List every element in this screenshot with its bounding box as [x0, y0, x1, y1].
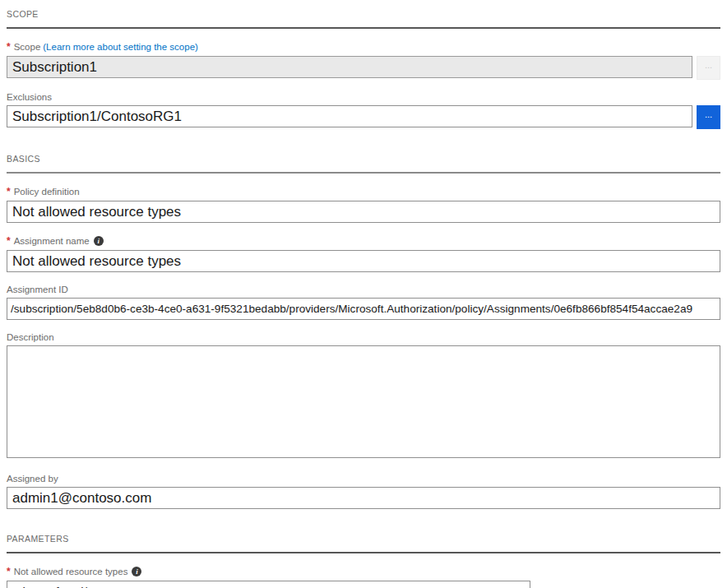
required-asterisk: *: [7, 566, 11, 577]
required-asterisk: *: [7, 235, 11, 247]
scope-learn-more-link[interactable]: (Learn more about setting the scope): [43, 42, 198, 52]
assignment-name-input[interactable]: [7, 250, 720, 272]
not-allowed-resource-types-dropdown[interactable]: Microsoft.Sql/servers: [7, 581, 530, 588]
required-asterisk: *: [7, 41, 11, 53]
assignment-name-row: [7, 250, 720, 272]
scope-label-text: Scope: [14, 42, 41, 52]
assigned-by-label: Assigned by: [7, 474, 720, 484]
scope-section-title: SCOPE: [7, 7, 720, 19]
scope-section-divider: [7, 27, 720, 29]
exclusions-input[interactable]: [7, 105, 692, 127]
assignment-id-row: [7, 298, 720, 320]
basics-section-divider: [7, 172, 720, 174]
not-allowed-resource-types-label: * Not allowed resource types i: [7, 566, 720, 577]
assignment-name-label: * Assignment name i: [7, 235, 720, 247]
parameters-section: PARAMETERS * Not allowed resource types …: [7, 531, 720, 588]
assignment-id-label-text: Assignment ID: [7, 285, 68, 294]
exclusions-field-label: Exclusions: [7, 92, 720, 102]
policy-definition-label-text: Policy definition: [14, 187, 80, 197]
exclusions-label-text: Exclusions: [7, 92, 52, 102]
assignment-id-label: Assignment ID: [7, 285, 720, 294]
scope-section: SCOPE * Scope (Learn more about setting …: [7, 7, 720, 129]
assignment-id-input[interactable]: [7, 298, 720, 320]
parameters-section-title: PARAMETERS: [7, 531, 720, 544]
assigned-by-row: [7, 487, 720, 509]
info-icon: i: [132, 567, 141, 576]
required-asterisk: *: [7, 186, 11, 197]
parameters-section-divider: [7, 552, 720, 553]
policy-definition-row: [7, 201, 720, 223]
basics-section: BASICS * Policy definition * Assignment …: [7, 151, 720, 509]
not-allowed-resource-types-dropdown-wrap: Microsoft.Sql/servers: [7, 581, 530, 588]
exclusions-browse-button[interactable]: ...: [697, 105, 720, 129]
description-label-text: Description: [7, 332, 54, 342]
description-textarea[interactable]: [7, 345, 720, 458]
assignment-name-label-text: Assignment name: [14, 236, 90, 246]
scope-input[interactable]: [7, 56, 692, 78]
basics-section-title: BASICS: [7, 151, 720, 164]
policy-definition-input[interactable]: [7, 201, 720, 223]
assigned-by-label-text: Assigned by: [7, 474, 58, 484]
not-allowed-resource-types-label-text: Not allowed resource types: [14, 567, 128, 576]
policy-definition-label: * Policy definition: [7, 186, 720, 197]
scope-field-label: * Scope (Learn more about setting the sc…: [7, 41, 720, 53]
info-icon: i: [94, 236, 104, 246]
scope-input-row: ...: [7, 56, 720, 80]
description-label: Description: [7, 332, 720, 342]
scope-browse-button[interactable]: ...: [697, 56, 720, 80]
exclusions-input-row: ...: [7, 105, 720, 129]
assigned-by-input[interactable]: [7, 487, 720, 509]
